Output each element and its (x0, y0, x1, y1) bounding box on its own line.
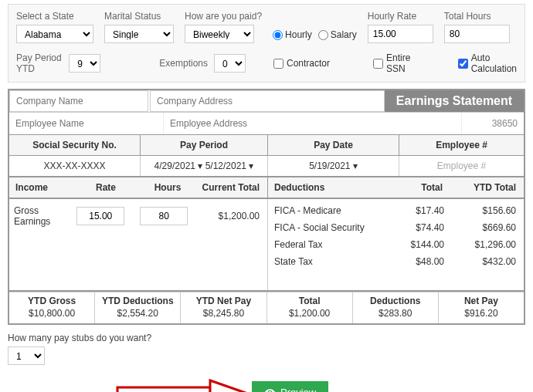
deduction-ytd: $156.60 (444, 205, 516, 216)
deduction-ytd: $669.60 (444, 222, 516, 233)
settings-panel: Select a State Alabama Marital Status Si… (8, 4, 525, 83)
deduction-row: State Tax$48.00$432.00 (274, 256, 516, 267)
exemptions-select[interactable]: 0 (214, 54, 246, 73)
employee-num-header: Employee # (399, 135, 524, 155)
deductions-value: $283.80 (356, 308, 435, 319)
ssn-header: Social Security No. (9, 135, 141, 155)
deduction-total: $17.40 (386, 205, 444, 216)
preview-button-label: Preview (280, 387, 316, 393)
auto-calc-checkbox[interactable] (458, 59, 468, 69)
total-header: Total (270, 296, 349, 306)
salary-radio-label[interactable]: Salary (318, 29, 357, 40)
deduction-total: $48.00 (386, 256, 444, 267)
netpay-header: Net Pay (442, 296, 521, 306)
rate-input[interactable] (76, 207, 124, 225)
stub-count-question: How many pay stubs do you want? (8, 333, 525, 343)
col-hours: Hours (137, 177, 199, 198)
marital-select[interactable]: Single (104, 25, 174, 43)
employee-number-input[interactable] (462, 113, 524, 134)
ssn-value: XXX-XX-XXXX (9, 156, 141, 176)
total-hours-input[interactable] (444, 25, 510, 43)
col-rate: Rate (75, 177, 137, 198)
col-income: Income (9, 177, 75, 198)
col-total: Total (384, 177, 446, 198)
hours-input[interactable] (140, 207, 188, 225)
ytd-gross-header: YTD Gross (12, 296, 91, 306)
ytd-ded-value: $2,554.20 (98, 308, 177, 319)
ytd-label: Pay Period YTD (16, 52, 63, 74)
gross-earnings-row: Gross Earnings $1,200.00 (14, 205, 260, 227)
arrow-icon (116, 379, 247, 392)
salary-radio[interactable] (318, 30, 328, 40)
pay-period-ytd-select[interactable]: 9 (69, 54, 100, 73)
pay-date-header: Pay Date (268, 135, 399, 155)
pay-period-value[interactable]: 4/29/2021 ▾ 5/12/2021 ▾ (141, 156, 268, 176)
netpay-value: $916.20 (442, 308, 521, 319)
employee-address-input[interactable] (164, 113, 462, 134)
ytd-ded-header: YTD Deductions (98, 296, 177, 306)
state-select[interactable]: Alabama (16, 25, 93, 43)
auto-calc-checkbox-label[interactable]: Auto Calculation (458, 52, 517, 74)
deduction-name: FICA - Social Security (274, 222, 386, 233)
deduction-ytd: $1,296.00 (444, 239, 516, 250)
deduction-row: FICA - Medicare$17.40$156.60 (274, 205, 516, 216)
gross-earnings-label: Gross Earnings (14, 205, 72, 227)
employee-num-value[interactable]: Employee # (399, 156, 524, 176)
contractor-checkbox-label[interactable]: Contractor (273, 58, 330, 69)
state-label: Select a State (16, 11, 93, 22)
deduction-name: FICA - Medicare (274, 205, 386, 216)
ytd-net-header: YTD Net Pay (184, 296, 263, 306)
col-deductions: Deductions (268, 177, 384, 198)
hourly-rate-input[interactable] (368, 25, 433, 43)
eye-icon (264, 387, 276, 393)
contractor-checkbox[interactable] (273, 59, 283, 69)
deduction-total: $144.00 (386, 239, 444, 250)
deductions-header: Deductions (356, 296, 435, 306)
pay-date-value[interactable]: 5/19/2021 ▾ (268, 156, 399, 176)
statement-title: Earnings Statement (385, 90, 524, 112)
entire-ssn-checkbox[interactable] (373, 59, 383, 69)
pay-period-header: Pay Period (141, 135, 268, 155)
deduction-name: State Tax (274, 256, 386, 267)
deduction-row: FICA - Social Security$74.40$669.60 (274, 222, 516, 233)
svg-rect-0 (117, 387, 210, 392)
marital-label: Marital Status (104, 11, 174, 22)
pay-frequency-select[interactable]: Biweekly (185, 25, 254, 43)
company-address-input[interactable] (150, 90, 385, 112)
preview-button[interactable]: Preview (252, 381, 328, 393)
hourly-radio[interactable] (273, 30, 283, 40)
deduction-total: $74.40 (386, 222, 444, 233)
stub-count-select[interactable]: 1 (8, 346, 45, 365)
deduction-name: Federal Tax (274, 239, 386, 250)
hourly-rate-label: Hourly Rate (368, 11, 433, 22)
ytd-gross-value: $10,800.00 (12, 308, 91, 319)
hourly-radio-label[interactable]: Hourly (273, 29, 312, 40)
deduction-ytd: $432.00 (444, 256, 516, 267)
deduction-row: Federal Tax$144.00$1,296.00 (274, 239, 516, 250)
total-value: $1,200.00 (270, 308, 349, 319)
total-hours-label: Total Hours (444, 11, 510, 22)
company-name-input[interactable] (9, 90, 148, 112)
ytd-net-value: $8,245.80 (184, 308, 263, 319)
paid-label: How are you paid? (185, 11, 262, 22)
entire-ssn-checkbox-label[interactable]: Entire SSN (373, 52, 415, 74)
col-current-total: Current Total (199, 177, 268, 198)
exemptions-label: Exemptions (159, 58, 208, 69)
employee-name-input[interactable] (9, 113, 164, 134)
earnings-statement: Earnings Statement Social Security No. P… (8, 89, 525, 325)
col-ytd-total: YTD Total (446, 177, 524, 198)
current-total-value: $1,200.00 (192, 211, 260, 221)
